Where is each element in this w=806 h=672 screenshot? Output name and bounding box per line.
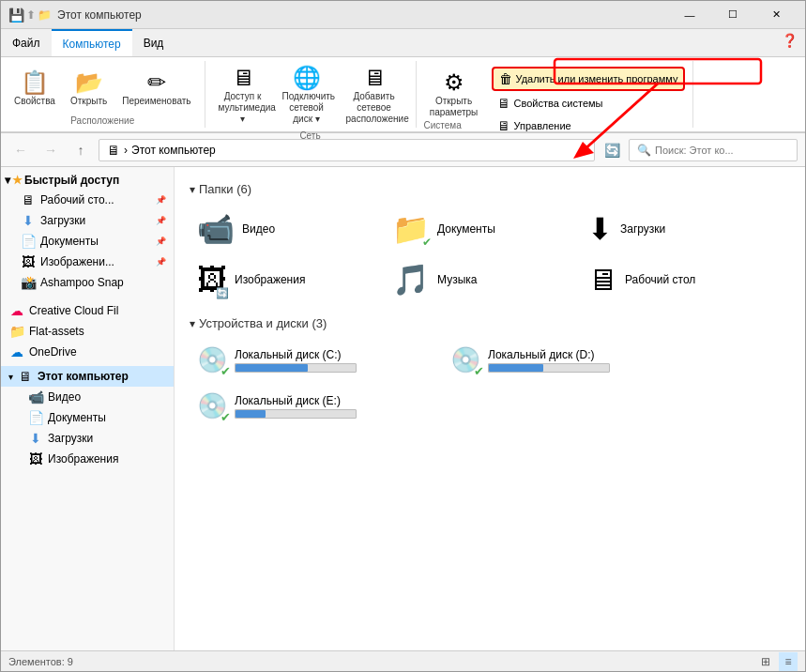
disk-d-item[interactable]: 💿 ✔ Локальный диск (D:) (443, 342, 677, 378)
disk-e-check: ✔ (221, 410, 231, 424)
folder-downloads[interactable]: ⬇ Загрузки (580, 207, 768, 251)
title-text: Этот компьютер (57, 8, 668, 22)
devices-section-header[interactable]: Устройства и диски (3) (190, 316, 790, 330)
rename-icon: ✏ (147, 71, 166, 94)
creative-cloud-label: Creative Cloud Fil (29, 304, 118, 317)
folder-music[interactable]: 🎵 Музыка (385, 258, 572, 301)
manage-label: Управление (514, 120, 571, 131)
manage-icon: 🖥 (497, 118, 510, 133)
img2-label: Изображения (48, 452, 118, 466)
item-count: Элементов: 9 (8, 656, 73, 667)
title-quick-access3[interactable]: 📁 (38, 8, 52, 22)
settings-icon: ⚙ (444, 71, 464, 94)
quick-access-header[interactable]: ▾ ★ Быстрый доступ (1, 171, 174, 190)
folder-images[interactable]: 🖼 🔄 Изображения (190, 258, 377, 301)
search-box[interactable]: 🔍 (629, 139, 798, 161)
properties-icon: 📋 (21, 71, 49, 94)
access-media-button[interactable]: 🖥 Доступ к мультимедиа ▾ (213, 63, 273, 129)
properties-button[interactable]: 📋 Свойства (8, 68, 61, 110)
list-view-button[interactable]: ≡ (779, 652, 798, 671)
minimize-button[interactable]: — (668, 1, 711, 29)
folders-section-header[interactable]: Папки (6) (190, 182, 790, 196)
open-settings-button[interactable]: ⚙ Открыть параметры (424, 68, 484, 122)
back-button[interactable]: ← (8, 138, 33, 162)
folder-desktop[interactable]: 🖥 Рабочий стол (580, 258, 768, 301)
ribbon-tabs: Файл Компьютер Вид (1, 29, 805, 57)
grid-view-button[interactable]: ⊞ (756, 652, 775, 671)
ashampoo-label: Ashampoo Snap (40, 276, 124, 289)
close-button[interactable]: ✕ (754, 1, 798, 29)
sidebar-item-pictures[interactable]: 🖼 Изображени... 📌 (1, 252, 174, 272)
sidebar-item-this-pc[interactable]: ▾ 🖥 Этот компьютер (1, 366, 174, 387)
sidebar-item-dl2[interactable]: ⬇ Загрузки (1, 428, 174, 449)
add-location-button[interactable]: 🖥 Добавить сетевое расположение (341, 63, 408, 129)
disk-c-icon-wrap: 💿 ✔ (197, 345, 227, 374)
search-input[interactable] (655, 145, 789, 156)
sidebar-item-desktop[interactable]: 🖥 Рабочий сто... 📌 (1, 190, 174, 210)
pin-icon4: 📌 (156, 257, 166, 267)
sidebar-item-downloads[interactable]: ⬇ Загрузки 📌 (1, 210, 174, 231)
view-buttons: ⊞ ≡ (756, 652, 798, 671)
video-folder-icon: 📹 (197, 211, 235, 247)
video2-icon: 📹 (27, 389, 44, 405)
sidebar-item-docs2[interactable]: 📄 Документы (1, 407, 174, 428)
disk-d-icon-wrap: 💿 ✔ (450, 345, 480, 374)
uninstall-button[interactable]: 🗑 Удалить или изменить программу (492, 67, 686, 91)
address-path[interactable]: 🖥 › Этот компьютер (99, 139, 595, 161)
main-area: ▾ ★ Быстрый доступ 🖥 Рабочий сто... 📌 ⬇ … (1, 167, 805, 650)
tab-computer[interactable]: Компьютер (52, 29, 132, 56)
disk-c-bar-wrap (235, 363, 357, 373)
disk-c-item[interactable]: 💿 ✔ Локальный диск (C:) (190, 342, 424, 378)
folder-desktop-name: Рабочий стол (625, 273, 695, 286)
desktop-folder-icon: 🖥 (587, 263, 617, 298)
pictures-label: Изображени... (40, 255, 114, 268)
sidebar-item-video2[interactable]: 📹 Видео (1, 387, 174, 407)
title-quick-access2[interactable]: ⬆ (26, 8, 36, 22)
sidebar-item-flat-assets[interactable]: 📁 Flat-assets (1, 321, 174, 342)
this-pc-label: Этот компьютер (38, 370, 129, 383)
img2-icon: 🖼 (27, 451, 44, 466)
folder-downloads-name: Загрузки (620, 222, 665, 236)
folder-images-name: Изображения (235, 273, 305, 286)
forward-button[interactable]: → (38, 138, 63, 162)
help-icon[interactable]: ❓ (782, 33, 798, 48)
folder-docs-name: Документы (437, 222, 495, 236)
onedrive-icon: ☁ (8, 344, 25, 359)
manage-button[interactable]: 🖥 Управление (492, 115, 686, 136)
tab-view[interactable]: Вид (132, 29, 175, 56)
dl-folder-icon: ⬇ (587, 211, 613, 247)
title-quick-access1[interactable]: 💾 (8, 8, 24, 23)
content-area: Папки (6) 📹 Видео 📁 ✔ Документы (175, 167, 805, 650)
properties-label: Свойства (14, 96, 55, 106)
disk-c-check: ✔ (221, 364, 231, 378)
location-buttons: 📋 Свойства 📂 Открыть ✏ Переименовать (8, 63, 197, 114)
path-icon: 🖥 (107, 143, 120, 158)
refresh-button[interactable]: 🔄 (601, 139, 623, 161)
creative-cloud-icon: ☁ (8, 303, 25, 318)
sidebar-item-creative-cloud[interactable]: ☁ Creative Cloud Fil (1, 300, 174, 321)
open-button[interactable]: 📂 Открыть (65, 68, 113, 110)
devices-grid: 💿 ✔ Локальный диск (C:) 💿 (190, 342, 790, 424)
documents-label: Документы (40, 235, 99, 248)
disk-d-bar-wrap (488, 363, 610, 373)
address-bar: ← → ↑ 🖥 › Этот компьютер 🔄 🔍 (1, 133, 805, 167)
rename-button[interactable]: ✏ Переименовать (116, 68, 196, 110)
disk-e-item[interactable]: 💿 ✔ Локальный диск (E:) (190, 388, 424, 424)
sidebar-item-onedrive[interactable]: ☁ OneDrive (1, 342, 174, 362)
tab-file[interactable]: Файл (1, 29, 52, 56)
maximize-button[interactable]: ☐ (711, 1, 754, 29)
pictures-icon: 🖼 (20, 254, 37, 269)
flat-assets-icon: 📁 (8, 324, 25, 339)
folder-video[interactable]: 📹 Видео (190, 207, 377, 251)
media-label: Доступ к мультимедиа ▾ (219, 91, 267, 125)
location-group-label: Расположение (70, 115, 134, 126)
sidebar-item-img2[interactable]: 🖼 Изображения (1, 449, 174, 469)
disk-e-icon-wrap: 💿 ✔ (197, 391, 227, 420)
map-drive-button[interactable]: 🌐 Подключить сетевой диск ▾ (277, 63, 337, 129)
up-button[interactable]: ↑ (68, 138, 93, 162)
sidebar-item-documents[interactable]: 📄 Документы 📌 (1, 231, 174, 252)
folder-docs[interactable]: 📁 ✔ Документы (385, 207, 572, 251)
system-props-button[interactable]: 🖥 Свойства системы (492, 93, 686, 114)
sidebar-item-ashampoo[interactable]: 📸 Ashampoo Snap (1, 272, 174, 293)
disks-row2: 💿 ✔ Локальный диск (E:) (190, 388, 790, 424)
